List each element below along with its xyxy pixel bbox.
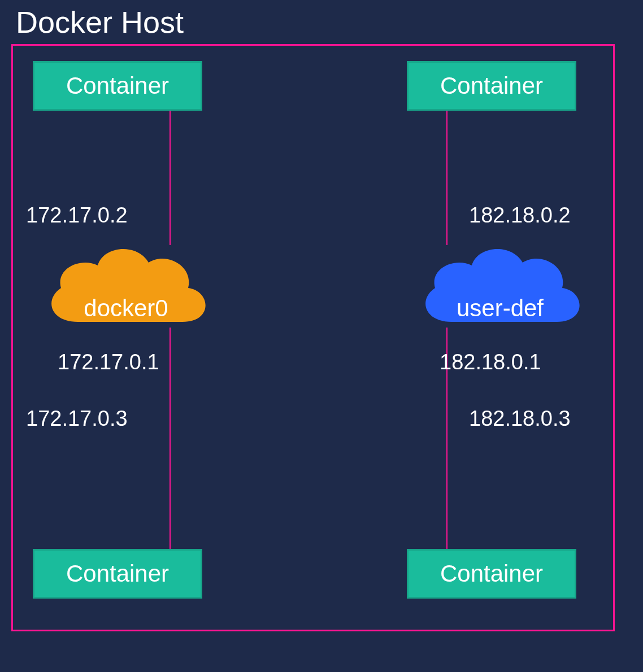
network-cloud-user-def: user-def bbox=[407, 237, 593, 344]
network-cloud-docker0: docker0 bbox=[33, 237, 219, 344]
ip-address-label: 182.18.0.2 bbox=[469, 203, 571, 228]
network-name-label: user-def bbox=[407, 295, 593, 322]
connector-line bbox=[446, 111, 448, 245]
connector-line bbox=[170, 328, 171, 549]
ip-gateway-label: 172.17.0.1 bbox=[58, 350, 159, 374]
container-box-bottom-left: Container bbox=[33, 549, 202, 599]
container-box-top-left: Container bbox=[33, 61, 202, 111]
container-box-top-right: Container bbox=[407, 61, 576, 111]
page-title: Docker Host bbox=[16, 5, 184, 40]
network-name-label: docker0 bbox=[33, 295, 219, 322]
ip-address-label: 172.17.0.3 bbox=[26, 407, 128, 431]
container-box-bottom-right: Container bbox=[407, 549, 576, 599]
ip-address-label: 182.18.0.3 bbox=[469, 407, 571, 431]
cloud-icon bbox=[33, 237, 219, 344]
ip-gateway-label: 182.18.0.1 bbox=[440, 350, 541, 374]
cloud-icon bbox=[407, 237, 593, 344]
connector-line bbox=[170, 111, 171, 245]
ip-address-label: 172.17.0.2 bbox=[26, 203, 128, 228]
